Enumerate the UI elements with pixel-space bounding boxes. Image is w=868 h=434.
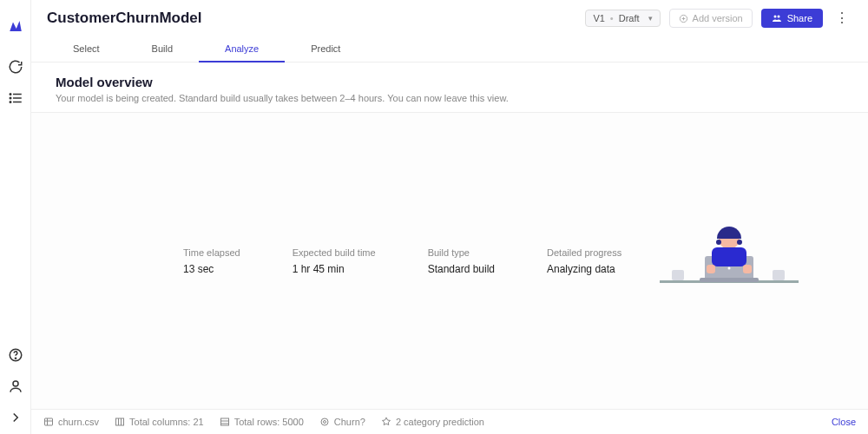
people-icon — [772, 13, 782, 23]
header-bar: CustomerChurnModel V1 • Draft ▾ Add vers… — [31, 0, 868, 36]
footer-target: Churn? — [319, 417, 365, 427]
stat-elapsed: Time elapsed 13 sec — [183, 247, 240, 275]
footer-bar: churn.csv Total columns: 21 Total rows: … — [31, 409, 868, 434]
user-icon[interactable] — [8, 378, 23, 394]
stat-value: Standard build — [428, 263, 495, 275]
svg-point-12 — [773, 16, 776, 18]
tab-build[interactable]: Build — [126, 36, 199, 62]
overview-title: Model overview — [56, 75, 844, 89]
expand-icon[interactable] — [8, 410, 23, 425]
footer-file[interactable]: churn.csv — [43, 417, 99, 427]
footer-rows: Total rows: 5000 — [220, 417, 304, 427]
illustration — [660, 213, 799, 291]
columns-icon — [115, 417, 125, 427]
footer-file-label: churn.csv — [58, 417, 99, 427]
version-label: V1 — [593, 13, 604, 23]
svg-point-8 — [13, 381, 18, 386]
svg-rect-18 — [700, 278, 759, 282]
tab-select[interactable]: Select — [47, 36, 126, 62]
overview-block: Model overview Your model is being creat… — [31, 62, 868, 112]
stat-label: Expected build time — [293, 247, 376, 258]
stat-label: Detailed progress — [547, 247, 621, 258]
app-logo-icon[interactable] — [8, 18, 23, 34]
stat-progress: Detailed progress Analyzing data — [547, 247, 621, 275]
svg-rect-26 — [45, 418, 53, 425]
version-dropdown[interactable]: V1 • Draft ▾ — [585, 10, 660, 27]
svg-point-5 — [10, 102, 11, 103]
tabs-bar: Select Build Analyze Predict — [31, 36, 868, 62]
svg-point-4 — [10, 97, 11, 99]
svg-rect-25 — [743, 265, 752, 273]
nav-rail — [0, 0, 31, 434]
footer-rows-label: Total rows: 5000 — [234, 417, 304, 427]
model-title: CustomerChurnModel — [47, 10, 585, 27]
footer-predtype: 2 category prediction — [381, 417, 484, 427]
overview-subtitle: Your model is being created. Standard bu… — [56, 93, 844, 103]
svg-point-13 — [777, 16, 779, 18]
svg-point-35 — [321, 418, 328, 425]
tag-icon — [381, 417, 391, 427]
table-icon — [43, 417, 54, 427]
svg-point-36 — [323, 421, 326, 424]
svg-point-19 — [728, 267, 731, 270]
svg-rect-16 — [773, 270, 785, 280]
canvas-area: Time elapsed 13 sec Expected build time … — [31, 113, 868, 409]
footer-target-label: Churn? — [334, 417, 365, 427]
stat-value: 13 sec — [183, 263, 240, 275]
add-version-label: Add version — [693, 13, 743, 23]
stat-value: Analyzing data — [547, 263, 621, 275]
footer-cols: Total columns: 21 — [115, 417, 204, 427]
add-version-button[interactable]: Add version — [669, 9, 753, 28]
svg-rect-24 — [707, 265, 715, 273]
svg-point-7 — [15, 358, 16, 358]
share-label: Share — [787, 13, 812, 23]
tab-predict[interactable]: Predict — [285, 36, 366, 62]
svg-rect-15 — [672, 270, 684, 280]
svg-point-21 — [716, 240, 721, 245]
stat-label: Build type — [428, 247, 495, 258]
svg-rect-23 — [712, 247, 746, 266]
svg-rect-29 — [116, 418, 124, 425]
chevron-down-icon: ▾ — [648, 14, 653, 23]
more-menu-icon[interactable]: ⋮ — [832, 11, 852, 25]
svg-rect-32 — [220, 418, 228, 425]
build-stats: Time elapsed 13 sec Expected build time … — [183, 247, 621, 275]
refresh-icon[interactable] — [8, 59, 23, 75]
stat-value: 1 hr 45 min — [293, 263, 376, 275]
stat-label: Time elapsed — [183, 247, 240, 258]
list-icon[interactable] — [8, 90, 23, 106]
plus-circle-icon — [679, 14, 688, 23]
rows-icon — [220, 417, 230, 427]
footer-predtype-label: 2 category prediction — [396, 417, 484, 427]
svg-point-3 — [10, 94, 11, 95]
status-label: Draft — [619, 13, 640, 23]
help-icon[interactable] — [8, 347, 23, 363]
close-button[interactable]: Close — [832, 417, 856, 427]
footer-cols-label: Total columns: 21 — [129, 417, 204, 427]
share-button[interactable]: Share — [761, 9, 823, 28]
svg-point-22 — [737, 240, 742, 245]
target-icon — [319, 417, 330, 427]
tab-analyze[interactable]: Analyze — [199, 36, 285, 62]
main-area: CustomerChurnModel V1 • Draft ▾ Add vers… — [31, 0, 868, 434]
stat-expected: Expected build time 1 hr 45 min — [293, 247, 376, 275]
stat-buildtype: Build type Standard build — [428, 247, 495, 275]
